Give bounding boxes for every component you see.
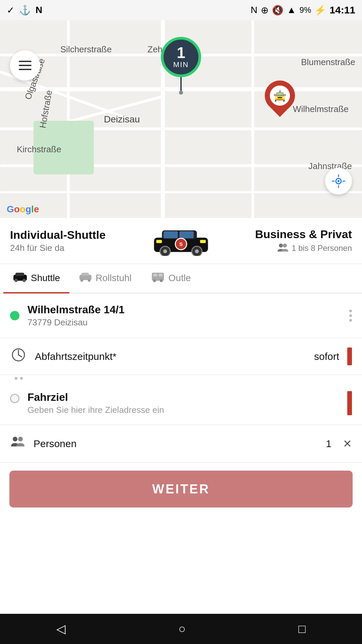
service-car-image: S [151, 227, 211, 254]
menu-button[interactable] [10, 50, 40, 80]
wheelchair-tab-icon-svg [79, 271, 92, 282]
status-bar: ✓ ⚓ N N ⊕ 🔇 ▲ 9% ⚡ 14:11 [0, 0, 362, 20]
back-button[interactable]: ◁ [43, 619, 79, 639]
destination-dot [10, 394, 19, 403]
street-label-kirch: Kirchstraße [17, 144, 61, 155]
destination-row[interactable]: Fahrziel Geben Sie hier ihre Zieladresse… [0, 382, 362, 425]
hamburger-line-3 [19, 69, 32, 70]
eta-circle: 1 MIN [161, 37, 201, 77]
eta-pin: 1 MIN [161, 37, 201, 95]
location-icon: ⊕ [261, 5, 268, 16]
tabs-row: Shuttle Rollstuhl [0, 264, 362, 293]
svg-rect-25 [81, 273, 89, 276]
sep-dot-2 [20, 377, 23, 380]
persons-count: 1 [326, 438, 331, 449]
svg-point-13 [195, 250, 199, 253]
status-bar-left: ✓ ⚓ N [7, 5, 42, 16]
location-icon [331, 174, 346, 189]
time-row[interactable]: Abfahrtszeitpunkt* sofort [0, 338, 362, 375]
tab-outlet[interactable]: Outle [141, 264, 200, 293]
svg-point-23 [22, 279, 26, 282]
svg-point-36 [13, 437, 17, 441]
street-label-silcher: Silcherstraße [60, 44, 112, 55]
persons-icon [10, 434, 25, 453]
time-label: Abfahrtszeitpunkt* [35, 351, 306, 362]
persons-clear-button[interactable]: ✕ [343, 437, 352, 450]
svg-rect-9 [179, 231, 194, 238]
destination-pin: 🚖 [265, 80, 295, 111]
svg-text:S: S [179, 241, 183, 247]
rollstuhl-tab-icon [79, 271, 92, 285]
street-label-wilhelm: Wilhelmstraße [293, 104, 349, 114]
bus-tab-icon-svg [150, 271, 165, 282]
service-header: Individual-Shuttle 24h für Sie da S [0, 218, 362, 264]
signal-icon: ▲ [287, 5, 296, 15]
tab-shuttle[interactable]: Shuttle [3, 264, 69, 293]
eta-number: 1 [177, 45, 185, 60]
svg-point-32 [160, 279, 163, 282]
origin-dot [10, 311, 19, 320]
status-bar-right: N ⊕ 🔇 ▲ 9% ⚡ 14:11 [251, 4, 355, 16]
recents-button[interactable]: □ [285, 619, 319, 639]
city-label: Deizisau [104, 114, 140, 125]
tab-rollstuhl[interactable]: Rollstuhl [69, 264, 141, 293]
n-icon: N [36, 5, 42, 15]
origin-text-block: Wilhelmstraße 14/1 73779 Deizisau [27, 304, 338, 328]
tab-shuttle-label: Shuttle [31, 273, 60, 283]
status-time: 14:11 [329, 4, 355, 16]
nfc-icon: N [251, 5, 257, 15]
hamburger-line-1 [19, 61, 32, 62]
dest-inner: 🚖 [270, 86, 290, 106]
service-right-subtitle: 1 bis 8 Personen [218, 242, 352, 254]
svg-point-12 [163, 250, 167, 253]
people-icon [277, 242, 289, 254]
mute-icon: 🔇 [272, 5, 284, 16]
service-subtitle: 24h für Sie da [10, 243, 144, 253]
battery-icon: ⚡ [314, 5, 326, 16]
download-icon: ✓ [7, 5, 14, 16]
bottom-navigation: ◁ ○ □ [0, 614, 362, 644]
service-title: Individual-Shuttle [10, 228, 144, 241]
destination-title: Fahrziel [27, 391, 339, 404]
destination-placeholder: Geben Sie hier ihre Zieladresse ein [27, 405, 339, 415]
svg-rect-29 [153, 274, 157, 276]
svg-rect-16 [200, 240, 206, 243]
origin-city: 73779 Deizisau [27, 317, 338, 328]
map-area: Silcherstraße Zehn Olgastraße Hofstraße … [0, 20, 362, 221]
pin-tail [180, 77, 182, 91]
sep-dot-1 [15, 377, 17, 380]
svg-point-27 [88, 279, 90, 282]
svg-rect-30 [159, 274, 163, 276]
connector-dot-3 [349, 319, 352, 322]
car-svg: S [151, 226, 211, 256]
origin-row[interactable]: Wilhelmstraße 14/1 73779 Deizisau [0, 293, 362, 338]
persons-svg [10, 434, 25, 450]
google-logo: Google [7, 204, 39, 215]
persons-range: 1 bis 8 Personen [292, 244, 352, 253]
bottom-panel: Individual-Shuttle 24h für Sie da S [0, 218, 362, 614]
svg-point-26 [80, 279, 83, 282]
svg-point-19 [283, 244, 287, 248]
svg-point-31 [153, 279, 156, 282]
hamburger-line-2 [19, 65, 32, 66]
svg-rect-8 [164, 231, 178, 238]
home-button[interactable]: ○ [165, 619, 199, 639]
time-red-bar [347, 347, 352, 365]
destination-text-block: Fahrziel Geben Sie hier ihre Zieladresse… [27, 391, 339, 415]
svg-point-22 [14, 279, 18, 282]
my-location-button[interactable] [325, 168, 352, 195]
eta-unit: MIN [173, 60, 189, 69]
svg-line-35 [18, 355, 22, 357]
dot-separator [0, 375, 362, 382]
svg-point-1 [338, 180, 340, 182]
form-area: Wilhelmstraße 14/1 73779 Deizisau Abfahr… [0, 293, 362, 614]
weiter-button[interactable]: WEITER [9, 471, 353, 507]
svg-rect-17 [156, 240, 162, 243]
dest-car-icon: 🚖 [273, 89, 287, 102]
persons-row: Personen 1 ✕ [0, 425, 362, 463]
service-right-title: Business & Privat [218, 228, 352, 241]
dest-circle: 🚖 [258, 74, 301, 117]
svg-point-37 [18, 437, 23, 441]
time-value: sofort [314, 351, 339, 362]
tab-rollstuhl-label: Rollstuhl [96, 273, 131, 283]
